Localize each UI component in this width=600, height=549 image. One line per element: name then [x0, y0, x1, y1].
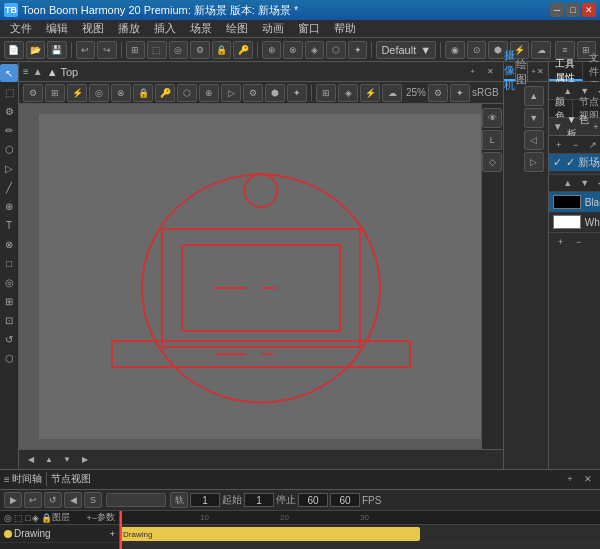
- tool6-button[interactable]: 🔑: [233, 41, 253, 59]
- tab-draw[interactable]: 绘图: [516, 62, 528, 81]
- vp-bottom-arr-up[interactable]: ▲: [41, 452, 57, 468]
- tc-loop[interactable]: ↺: [44, 492, 62, 508]
- close-button[interactable]: ✕: [582, 3, 596, 17]
- palette-item-scene[interactable]: ✓ ✓ 新场景: [549, 154, 600, 172]
- menu-window[interactable]: 窗口: [292, 20, 326, 37]
- vp-tb11[interactable]: ⚙: [243, 84, 263, 102]
- palette-tb3[interactable]: ↗: [585, 138, 600, 152]
- menu-edit[interactable]: 编辑: [40, 20, 74, 37]
- tool-rect[interactable]: □: [0, 254, 18, 272]
- select-tool[interactable]: ↖: [0, 64, 18, 82]
- th-icon2[interactable]: ⬚: [14, 513, 23, 523]
- new-scene-button[interactable]: 📄: [4, 41, 24, 59]
- tool3-button[interactable]: ◎: [169, 41, 189, 59]
- vp-tb16[interactable]: ⚡: [360, 84, 380, 102]
- tl-close[interactable]: ✕: [580, 472, 596, 486]
- vp-tb5[interactable]: ⊗: [111, 84, 131, 102]
- vp-tb14[interactable]: ⊞: [316, 84, 336, 102]
- th-icon5[interactable]: 🔒: [41, 513, 52, 523]
- tc-rewind[interactable]: ↩: [24, 492, 42, 508]
- tc-track[interactable]: 轨: [170, 492, 188, 508]
- palette-add[interactable]: +: [590, 120, 600, 134]
- tool-hex[interactable]: ⬡: [0, 349, 18, 367]
- viewport-menu-icon[interactable]: ≡: [23, 66, 29, 77]
- tab-file-library[interactable]: 文件库: [583, 62, 600, 81]
- color-entry-white[interactable]: White: [549, 212, 600, 232]
- menu-draw[interactable]: 绘图: [220, 20, 254, 37]
- cnav-up[interactable]: ▲: [560, 176, 576, 190]
- vp-tb4[interactable]: ◎: [89, 84, 109, 102]
- tb-icon1[interactable]: ◉: [445, 41, 465, 59]
- th-icon4[interactable]: ◈: [32, 513, 39, 523]
- vp-tb13[interactable]: ✦: [287, 84, 307, 102]
- tool-grid[interactable]: ⊞: [0, 292, 18, 310]
- palette-tb1[interactable]: +: [551, 138, 567, 152]
- vp-tb1[interactable]: ⚙: [23, 84, 43, 102]
- preset-dropdown[interactable]: Default ▼: [376, 41, 436, 59]
- tool-arrow[interactable]: ▷: [0, 159, 18, 177]
- vp-tb8[interactable]: ⬡: [177, 84, 197, 102]
- tool7-button[interactable]: ⊕: [262, 41, 282, 59]
- tab-tool-props[interactable]: 工具属性: [549, 62, 583, 81]
- save-button[interactable]: 💾: [47, 41, 67, 59]
- tool4-button[interactable]: ⚙: [190, 41, 210, 59]
- tool-settings[interactable]: ⚙: [0, 102, 18, 120]
- vp-tb12[interactable]: ⬢: [265, 84, 285, 102]
- cam-btn1[interactable]: ▲: [524, 86, 544, 106]
- vp-tb18[interactable]: ⚙: [428, 84, 448, 102]
- menu-play[interactable]: 播放: [112, 20, 146, 37]
- vp-tb19[interactable]: ✦: [450, 84, 470, 102]
- cnav-down[interactable]: ▼: [577, 176, 593, 190]
- tab-camera[interactable]: 摄像机: [504, 62, 516, 81]
- palette-tb2[interactable]: −: [568, 138, 584, 152]
- undo-button[interactable]: ↩: [76, 41, 96, 59]
- panel-pin[interactable]: +: [531, 67, 536, 76]
- track-add-icon[interactable]: +: [110, 529, 115, 539]
- tool-text[interactable]: T: [0, 216, 18, 234]
- cam-layer-btn[interactable]: L: [482, 130, 502, 150]
- menu-animate[interactable]: 动画: [256, 20, 290, 37]
- palette-section-header[interactable]: ▼ ▼ 色板 + − 📁: [549, 118, 600, 136]
- tool5-button[interactable]: 🔒: [212, 41, 232, 59]
- vp-tb6[interactable]: 🔒: [133, 84, 153, 102]
- tool10-button[interactable]: ⬡: [326, 41, 346, 59]
- cnav-left[interactable]: ◀: [594, 176, 600, 190]
- vp-bottom-arr-left[interactable]: ◀: [23, 452, 39, 468]
- cam-btn2[interactable]: ▼: [524, 108, 544, 128]
- tool2-button[interactable]: ⬚: [147, 41, 167, 59]
- open-button[interactable]: 📂: [26, 41, 46, 59]
- cam-eye-btn[interactable]: 👁: [482, 108, 502, 128]
- menu-file[interactable]: 文件: [4, 20, 38, 37]
- viewport-canvas[interactable]: 👁 L ◇: [19, 104, 503, 449]
- menu-scene[interactable]: 场景: [184, 20, 218, 37]
- th-icon3[interactable]: □: [25, 513, 30, 523]
- minimize-button[interactable]: ─: [550, 3, 564, 17]
- tool9-button[interactable]: ◈: [305, 41, 325, 59]
- vp-bottom-arr-down[interactable]: ▼: [59, 452, 75, 468]
- vp-icon1[interactable]: +: [465, 64, 481, 80]
- tl-menu-icon[interactable]: ≡: [4, 474, 10, 485]
- tool11-button[interactable]: ✦: [348, 41, 368, 59]
- tc-frame-input[interactable]: 1: [190, 493, 220, 507]
- tool-brush[interactable]: ✏: [0, 121, 18, 139]
- panel-close[interactable]: ✕: [537, 67, 544, 76]
- tc-start-input[interactable]: 1: [244, 493, 274, 507]
- ce-minus[interactable]: −: [571, 235, 587, 249]
- cam-btn3[interactable]: ◁: [524, 130, 544, 150]
- vp-icon2[interactable]: ✕: [483, 64, 499, 80]
- tool-fill[interactable]: ⬡: [0, 140, 18, 158]
- tc-end-input[interactable]: 60: [298, 493, 328, 507]
- track-timeline[interactable]: 10 20 30 Drawing: [120, 511, 600, 549]
- tl-add[interactable]: +: [562, 472, 578, 486]
- tc-speed-bar[interactable]: [106, 493, 166, 507]
- tool-rotate[interactable]: ↺: [0, 330, 18, 348]
- menu-view[interactable]: 视图: [76, 20, 110, 37]
- ce-add[interactable]: +: [553, 235, 569, 249]
- vp-tb3[interactable]: ⚡: [67, 84, 87, 102]
- tc-speed[interactable]: S: [84, 492, 102, 508]
- tc-play[interactable]: ▶: [4, 492, 22, 508]
- cam-btn4[interactable]: ▷: [524, 152, 544, 172]
- tb-icon2[interactable]: ⊙: [467, 41, 487, 59]
- tc-fps-input[interactable]: 60: [330, 493, 360, 507]
- menu-insert[interactable]: 插入: [148, 20, 182, 37]
